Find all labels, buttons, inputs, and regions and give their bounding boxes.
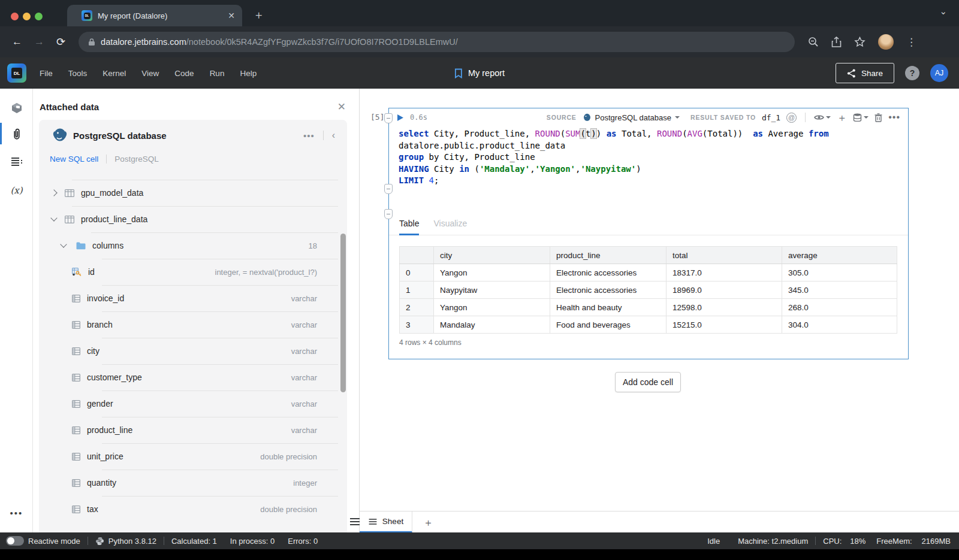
browser-menu-icon[interactable]: ⋮ xyxy=(906,36,916,49)
attached-data-panel: Attached data ✕ PostgreSQL database ••• … xyxy=(33,89,360,532)
kernel-info[interactable]: Python 3.8.12 xyxy=(95,537,156,546)
table-row[interactable]: 0YangonElectronic accessories18317.0305.… xyxy=(400,264,897,281)
minimize-window-button[interactable] xyxy=(23,13,31,20)
tree-item-product_line_data[interactable]: product_line_data xyxy=(39,206,347,232)
tree-item-label: branch xyxy=(87,320,113,329)
table-row[interactable]: 3MandalayFood and beverages15215.0304.0 xyxy=(400,316,897,334)
tree-item-city[interactable]: cityvarchar xyxy=(39,338,347,364)
sheet-menu-icon[interactable] xyxy=(350,518,360,525)
tree-item-branch[interactable]: branchvarchar xyxy=(39,311,347,338)
new-sql-cell-link[interactable]: New SQL cell xyxy=(50,155,98,164)
help-button[interactable]: ? xyxy=(905,66,919,80)
code-line-4[interactable]: HAVING City in ('Mandalay','Yangon','Nay… xyxy=(399,164,898,175)
chevron-right-icon[interactable] xyxy=(50,189,57,196)
postgresql-link[interactable]: PostgreSQL xyxy=(114,155,159,164)
sidebar-scrollbar[interactable] xyxy=(340,234,346,392)
menu-code[interactable]: Code xyxy=(174,69,194,78)
url-path: /notebook/0k5R4AZgfYFgpwZkcb3f7G/i7UOfO8… xyxy=(186,37,458,47)
delete-cell-icon[interactable] xyxy=(874,113,882,122)
variables-icon[interactable]: (x) xyxy=(0,180,33,201)
freemem-label: FreeMem: xyxy=(876,537,912,546)
datalore-logo[interactable]: DL xyxy=(7,63,26,83)
add-code-cell-button[interactable]: Add code cell xyxy=(615,372,681,392)
code-line-3[interactable]: group by City, Product_line xyxy=(399,152,898,164)
code-line-5[interactable]: LIMIT 4; xyxy=(399,175,898,187)
share-button[interactable]: Share xyxy=(836,63,894,83)
tree-item-gpu_model_data[interactable]: gpu_model_data xyxy=(39,180,347,206)
tree-item-invoice_id[interactable]: invoice_idvarchar xyxy=(39,285,347,311)
close-window-button[interactable] xyxy=(11,13,19,20)
cell-drag-handle-middle[interactable] xyxy=(384,184,393,194)
tree-item-unit_price[interactable]: unit_pricedouble precision xyxy=(39,443,347,470)
result-dataframe-name: df_1 xyxy=(762,113,780,122)
menu-run[interactable]: Run xyxy=(210,69,225,78)
column-icon xyxy=(72,321,80,329)
share-page-icon[interactable] xyxy=(831,37,842,47)
address-bar[interactable]: datalore.jetbrains.com/notebook/0k5R4AZg… xyxy=(79,32,795,52)
sql-code-cell[interactable]: 0.6s SOURCE PostgreSQL database RESULT S… xyxy=(388,108,909,359)
sql-editor[interactable]: select City, Product_line, ROUND(SUM(t))… xyxy=(389,126,908,187)
more-options-icon[interactable]: ••• xyxy=(0,502,33,523)
tree-item-gender[interactable]: gendervarchar xyxy=(39,391,347,417)
maximize-window-button[interactable] xyxy=(35,13,43,20)
tree-item-customer_type[interactable]: customer_typevarchar xyxy=(39,364,347,391)
reload-button[interactable]: ⟳ xyxy=(56,35,65,49)
reference-icon[interactable]: @ xyxy=(786,113,797,123)
code-line-2[interactable]: datalore.public.product_line_data xyxy=(399,140,898,152)
forward-button[interactable]: → xyxy=(34,36,44,48)
source-selector[interactable]: PostgreSQL database xyxy=(583,113,680,122)
collapse-panel-icon[interactable]: ‹ xyxy=(332,130,335,141)
user-avatar[interactable]: AJ xyxy=(930,64,948,82)
menu-file[interactable]: File xyxy=(40,69,53,78)
sheet-tab[interactable]: Sheet xyxy=(360,511,412,533)
errors-count: Errors: 0 xyxy=(288,537,318,546)
tree-item-id[interactable]: idinteger, = nextval('product_l?) xyxy=(39,259,347,285)
code-line-1[interactable]: select City, Product_line, ROUND(SUM(t))… xyxy=(399,128,898,140)
table-of-contents-icon[interactable] xyxy=(0,151,33,172)
tree-item-columns[interactable]: columns18 xyxy=(39,232,347,259)
column-header[interactable] xyxy=(400,247,434,264)
add-cell-icon[interactable]: ＋ xyxy=(837,111,847,125)
row-index-cell: 2 xyxy=(400,299,434,316)
browser-profile-avatar[interactable] xyxy=(878,34,894,50)
table-row[interactable]: 1NaypyitawElectronic accessories18969.03… xyxy=(400,281,897,299)
back-button[interactable]: ← xyxy=(12,36,22,48)
macos-traffic-lights[interactable] xyxy=(11,13,43,20)
table-row[interactable]: 2YangonHealth and beauty12598.0268.0 xyxy=(400,299,897,316)
new-tab-button[interactable]: ＋ xyxy=(253,7,264,23)
chevron-down-icon[interactable] xyxy=(60,241,67,247)
column-header[interactable]: average xyxy=(782,247,897,264)
tab-table[interactable]: Table xyxy=(399,215,419,235)
run-cell-icon[interactable] xyxy=(397,114,404,122)
tree-item-product_line[interactable]: product_linevarchar xyxy=(39,417,347,443)
browser-tab[interactable]: DL My report (Datalore) ✕ xyxy=(67,5,242,26)
column-header[interactable]: product_line xyxy=(550,247,667,264)
bookmark-star-icon[interactable] xyxy=(854,37,865,47)
tree-item-quantity[interactable]: quantityinteger xyxy=(39,470,347,496)
column-header[interactable]: city xyxy=(434,247,550,264)
datasource-menu-icon[interactable]: ••• xyxy=(303,131,315,141)
zoom-out-icon[interactable] xyxy=(808,37,819,47)
attached-data-tab[interactable] xyxy=(0,123,33,144)
reactive-mode-toggle[interactable] xyxy=(6,536,24,546)
menu-view[interactable]: View xyxy=(141,69,159,78)
tab-overview-chevron-icon[interactable]: ⌄ xyxy=(939,6,947,17)
menu-kernel[interactable]: Kernel xyxy=(102,69,126,78)
column-header[interactable]: total xyxy=(667,247,782,264)
chevron-down-icon[interactable] xyxy=(50,214,57,221)
database-settings[interactable] xyxy=(853,113,868,122)
environment-icon[interactable] xyxy=(0,97,33,119)
menu-tools[interactable]: Tools xyxy=(68,69,88,78)
visibility-toggle[interactable] xyxy=(814,114,831,121)
tree-item-type: varchar xyxy=(291,373,317,382)
tab-close-icon[interactable]: ✕ xyxy=(228,11,235,20)
tree-item-tax[interactable]: taxdouble precision xyxy=(39,496,347,522)
menu-help[interactable]: Help xyxy=(240,69,257,78)
tab-visualize[interactable]: Visualize xyxy=(433,215,467,235)
add-sheet-button[interactable]: ＋ xyxy=(423,516,433,529)
tab-favicon: DL xyxy=(82,10,92,21)
notebook-title[interactable]: My report xyxy=(454,68,505,78)
cell-drag-handle-top[interactable] xyxy=(384,113,393,123)
cell-more-options-icon[interactable]: ••• xyxy=(888,112,900,123)
panel-close-icon[interactable]: ✕ xyxy=(337,101,346,113)
